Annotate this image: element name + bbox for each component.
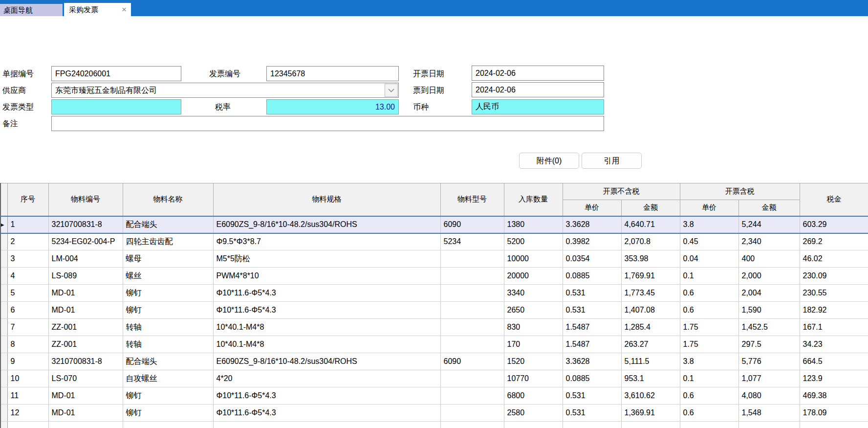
- cell-price_excl[interactable]: 0.531: [563, 387, 621, 405]
- row-selector[interactable]: [0, 405, 7, 422]
- row-selector[interactable]: [0, 233, 7, 250]
- cell-item_code[interactable]: MD-01: [48, 302, 123, 319]
- cell-item_model[interactable]: [440, 336, 504, 353]
- row-selector[interactable]: [0, 285, 7, 302]
- row-selector[interactable]: [0, 268, 7, 285]
- cell-tax[interactable]: 167.1: [800, 319, 868, 336]
- close-icon[interactable]: ×: [122, 3, 127, 16]
- cell-amount_incl[interactable]: 2,004: [738, 285, 800, 302]
- cell-item_spec[interactable]: Φ9.5*Φ3*8.7: [213, 233, 440, 250]
- cell-seq[interactable]: [7, 422, 48, 428]
- doc-no-field[interactable]: [51, 66, 181, 81]
- cell-qty_in[interactable]: [504, 422, 563, 428]
- cell-price_excl[interactable]: 0.531: [563, 302, 621, 319]
- cell-item_model[interactable]: 6090: [440, 353, 504, 370]
- cell-seq[interactable]: 1: [7, 216, 48, 233]
- cell-tax[interactable]: 182.92: [800, 302, 868, 319]
- cell-tax[interactable]: 123.9: [800, 370, 868, 387]
- cell-qty_in[interactable]: 830: [504, 319, 563, 336]
- cell-amount_excl[interactable]: 1,285.4: [621, 319, 680, 336]
- cell-item_spec[interactable]: Φ10*11.6-Φ5*4.3: [213, 405, 440, 422]
- cell-tax[interactable]: 230.09: [800, 268, 868, 285]
- cell-item_code[interactable]: 5234-EG02-004-P: [48, 233, 123, 250]
- attachment-button[interactable]: 附件(0): [519, 153, 579, 169]
- cell-tax[interactable]: [800, 422, 868, 428]
- cell-item_name[interactable]: 自攻螺丝: [123, 370, 213, 387]
- cell-item_name[interactable]: 转轴: [123, 319, 213, 336]
- cell-seq[interactable]: 4: [7, 268, 48, 285]
- cell-price_incl[interactable]: 0.6: [680, 387, 738, 405]
- tab-desktop-navigation[interactable]: 桌面导航: [0, 4, 63, 16]
- cell-qty_in[interactable]: 170: [504, 336, 563, 353]
- invoice-date-field[interactable]: [472, 66, 604, 81]
- supplier-combobox[interactable]: 东莞市臻冠五金制品有限公司: [51, 83, 399, 98]
- remarks-field[interactable]: [51, 116, 604, 131]
- row-selector[interactable]: ▶: [0, 216, 7, 233]
- tab-purchase-invoice[interactable]: 采购发票 ×: [64, 3, 131, 16]
- cell-item_code[interactable]: [48, 422, 123, 428]
- cell-price_excl[interactable]: 0.3982: [563, 233, 621, 250]
- cell-amount_excl[interactable]: 1,369.91: [621, 405, 680, 422]
- cell-amount_excl[interactable]: 1,769.91: [621, 268, 680, 285]
- cell-item_spec[interactable]: Φ10*11.6-Φ5*4.3: [213, 387, 440, 405]
- cell-seq[interactable]: 5: [7, 285, 48, 302]
- cell-tax[interactable]: 269.2: [800, 233, 868, 250]
- cell-tax[interactable]: 469.38: [800, 387, 868, 405]
- cell-item_model[interactable]: [440, 268, 504, 285]
- cell-tax[interactable]: 603.29: [800, 216, 868, 233]
- cell-item_spec[interactable]: 10*40.1-M4*8: [213, 319, 440, 336]
- cell-price_incl[interactable]: 0.6: [680, 302, 738, 319]
- cell-tax[interactable]: 230.55: [800, 285, 868, 302]
- cell-amount_excl[interactable]: [621, 422, 680, 428]
- cell-amount_excl[interactable]: 2,070.8: [621, 233, 680, 250]
- cell-item_model[interactable]: [440, 387, 504, 405]
- cell-tax[interactable]: 46.02: [800, 250, 868, 268]
- cell-item_model[interactable]: 5234: [440, 233, 504, 250]
- cell-item_model[interactable]: 6090: [440, 216, 504, 233]
- cell-amount_incl[interactable]: 400: [738, 250, 800, 268]
- cell-item_spec[interactable]: [213, 422, 440, 428]
- row-selector[interactable]: [0, 353, 7, 370]
- cell-item_name[interactable]: 铆钉: [123, 285, 213, 302]
- cell-item_name[interactable]: [123, 422, 213, 428]
- reference-button[interactable]: 引用: [582, 153, 642, 169]
- cell-price_incl[interactable]: 3.8: [680, 216, 738, 233]
- cell-amount_excl[interactable]: 353.98: [621, 250, 680, 268]
- cell-amount_incl[interactable]: 297.5: [738, 336, 800, 353]
- cell-seq[interactable]: 9: [7, 353, 48, 370]
- cell-tax[interactable]: 34.23: [800, 336, 868, 353]
- invoice-no-field[interactable]: [266, 66, 399, 81]
- cell-qty_in[interactable]: 1520: [504, 353, 563, 370]
- cell-item_code[interactable]: MD-01: [48, 285, 123, 302]
- cell-qty_in[interactable]: 2580: [504, 405, 563, 422]
- cell-price_incl[interactable]: 1.75: [680, 336, 738, 353]
- row-selector[interactable]: [0, 302, 7, 319]
- cell-amount_incl[interactable]: 1,548: [738, 405, 800, 422]
- cell-price_incl[interactable]: 0.1: [680, 268, 738, 285]
- cell-item_spec[interactable]: M5*5防松: [213, 250, 440, 268]
- cell-price_excl[interactable]: 3.3628: [563, 216, 621, 233]
- cell-seq[interactable]: 11: [7, 387, 48, 405]
- cell-seq[interactable]: 8: [7, 336, 48, 353]
- cell-tax[interactable]: 178.09: [800, 405, 868, 422]
- cell-qty_in[interactable]: 20000: [504, 268, 563, 285]
- cell-item_name[interactable]: 铆钉: [123, 302, 213, 319]
- cell-item_model[interactable]: [440, 302, 504, 319]
- cell-price_incl[interactable]: 0.04: [680, 250, 738, 268]
- cell-item_name[interactable]: 螺丝: [123, 268, 213, 285]
- cell-seq[interactable]: 12: [7, 405, 48, 422]
- cell-price_incl[interactable]: 0.6: [680, 405, 738, 422]
- row-selector[interactable]: [0, 250, 7, 268]
- chevron-down-icon[interactable]: [385, 84, 398, 97]
- cell-price_excl[interactable]: 0.0354: [563, 250, 621, 268]
- row-selector[interactable]: [0, 422, 7, 428]
- cell-amount_incl[interactable]: [738, 422, 800, 428]
- cell-qty_in[interactable]: 6800: [504, 387, 563, 405]
- cell-price_excl[interactable]: 1.5487: [563, 336, 621, 353]
- cell-price_incl[interactable]: 0.1: [680, 370, 738, 387]
- cell-seq[interactable]: 3: [7, 250, 48, 268]
- cell-seq[interactable]: 10: [7, 370, 48, 387]
- row-selector[interactable]: [0, 319, 7, 336]
- cell-item_name[interactable]: 铆钉: [123, 405, 213, 422]
- cell-item_model[interactable]: [440, 422, 504, 428]
